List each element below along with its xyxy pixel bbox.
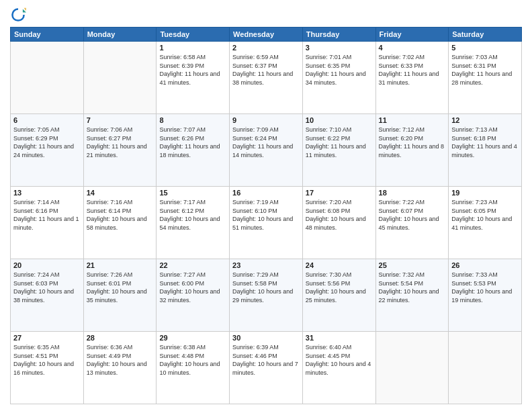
day-number: 13 <box>13 189 81 197</box>
calendar-cell: 8Sunrise: 7:07 AM Sunset: 6:26 PM Daylig… <box>157 114 230 187</box>
day-number: 10 <box>306 116 373 124</box>
svg-marker-1 <box>24 8 26 11</box>
calendar-cell: 11Sunrise: 7:12 AM Sunset: 6:20 PM Dayli… <box>375 114 449 187</box>
header-day-monday: Monday <box>83 28 157 42</box>
day-number: 3 <box>306 44 373 52</box>
calendar-cell <box>449 332 522 404</box>
day-info: Sunrise: 7:10 AM Sunset: 6:22 PM Dayligh… <box>306 126 373 159</box>
day-number: 30 <box>232 334 300 342</box>
day-number: 4 <box>379 44 446 52</box>
day-info: Sunrise: 6:58 AM Sunset: 6:39 PM Dayligh… <box>159 53 226 87</box>
calendar-cell: 22Sunrise: 7:27 AM Sunset: 6:00 PM Dayli… <box>157 259 230 332</box>
day-number: 24 <box>306 261 373 269</box>
day-number: 5 <box>451 44 519 52</box>
day-number: 23 <box>232 261 300 269</box>
day-number: 6 <box>13 116 81 124</box>
day-info: Sunrise: 7:09 AM Sunset: 6:24 PM Dayligh… <box>232 126 300 159</box>
day-number: 22 <box>159 261 226 269</box>
calendar-cell: 7Sunrise: 7:06 AM Sunset: 6:27 PM Daylig… <box>83 114 157 187</box>
logo-icon <box>10 7 26 23</box>
header-day-tuesday: Tuesday <box>157 28 230 42</box>
day-info: Sunrise: 6:59 AM Sunset: 6:37 PM Dayligh… <box>232 53 300 87</box>
calendar-cell: 3Sunrise: 7:01 AM Sunset: 6:35 PM Daylig… <box>302 42 375 114</box>
day-info: Sunrise: 6:40 AM Sunset: 4:45 PM Dayligh… <box>306 343 373 377</box>
calendar-cell: 16Sunrise: 7:19 AM Sunset: 6:10 PM Dayli… <box>230 187 303 259</box>
calendar-body: 1Sunrise: 6:58 AM Sunset: 6:39 PM Daylig… <box>11 42 522 404</box>
day-info: Sunrise: 7:02 AM Sunset: 6:33 PM Dayligh… <box>379 53 446 87</box>
calendar-cell <box>83 42 157 114</box>
day-info: Sunrise: 6:35 AM Sunset: 4:51 PM Dayligh… <box>13 343 81 377</box>
calendar-cell: 15Sunrise: 7:17 AM Sunset: 6:12 PM Dayli… <box>157 187 230 259</box>
day-number: 8 <box>159 116 226 124</box>
calendar-cell: 27Sunrise: 6:35 AM Sunset: 4:51 PM Dayli… <box>11 332 84 404</box>
day-info: Sunrise: 7:33 AM Sunset: 5:53 PM Dayligh… <box>451 271 519 304</box>
day-number: 18 <box>379 189 446 197</box>
day-info: Sunrise: 7:14 AM Sunset: 6:16 PM Dayligh… <box>13 198 81 232</box>
day-number: 28 <box>87 334 154 342</box>
calendar-cell: 19Sunrise: 7:23 AM Sunset: 6:05 PM Dayli… <box>449 187 522 259</box>
day-info: Sunrise: 7:13 AM Sunset: 6:18 PM Dayligh… <box>451 126 519 159</box>
calendar-cell: 6Sunrise: 7:05 AM Sunset: 6:29 PM Daylig… <box>11 114 84 187</box>
header-day-wednesday: Wednesday <box>230 28 303 42</box>
day-info: Sunrise: 7:30 AM Sunset: 5:56 PM Dayligh… <box>306 271 373 304</box>
calendar-cell: 1Sunrise: 6:58 AM Sunset: 6:39 PM Daylig… <box>157 42 230 114</box>
calendar-cell: 29Sunrise: 6:38 AM Sunset: 4:48 PM Dayli… <box>157 332 230 404</box>
header-row: SundayMondayTuesdayWednesdayThursdayFrid… <box>11 28 522 42</box>
week-row-2: 13Sunrise: 7:14 AM Sunset: 6:16 PM Dayli… <box>11 187 522 259</box>
calendar-cell: 26Sunrise: 7:33 AM Sunset: 5:53 PM Dayli… <box>449 259 522 332</box>
calendar-cell: 18Sunrise: 7:22 AM Sunset: 6:07 PM Dayli… <box>375 187 449 259</box>
calendar-cell <box>375 332 449 404</box>
calendar-cell: 12Sunrise: 7:13 AM Sunset: 6:18 PM Dayli… <box>449 114 522 187</box>
day-number: 15 <box>159 189 226 197</box>
calendar-cell: 9Sunrise: 7:09 AM Sunset: 6:24 PM Daylig… <box>230 114 303 187</box>
calendar-header: SundayMondayTuesdayWednesdayThursdayFrid… <box>11 28 522 42</box>
day-info: Sunrise: 7:17 AM Sunset: 6:12 PM Dayligh… <box>159 198 226 232</box>
day-number: 19 <box>451 189 519 197</box>
calendar-cell: 20Sunrise: 7:24 AM Sunset: 6:03 PM Dayli… <box>11 259 84 332</box>
header-day-saturday: Saturday <box>449 28 522 42</box>
calendar-cell: 28Sunrise: 6:36 AM Sunset: 4:49 PM Dayli… <box>83 332 157 404</box>
week-row-1: 6Sunrise: 7:05 AM Sunset: 6:29 PM Daylig… <box>11 114 522 187</box>
calendar-cell: 4Sunrise: 7:02 AM Sunset: 6:33 PM Daylig… <box>375 42 449 114</box>
page: SundayMondayTuesdayWednesdayThursdayFrid… <box>0 0 532 411</box>
day-info: Sunrise: 7:22 AM Sunset: 6:07 PM Dayligh… <box>379 198 446 232</box>
logo <box>10 7 29 23</box>
day-info: Sunrise: 7:16 AM Sunset: 6:14 PM Dayligh… <box>87 198 154 232</box>
day-number: 14 <box>87 189 154 197</box>
calendar-cell: 21Sunrise: 7:26 AM Sunset: 6:01 PM Dayli… <box>83 259 157 332</box>
week-row-3: 20Sunrise: 7:24 AM Sunset: 6:03 PM Dayli… <box>11 259 522 332</box>
day-number: 20 <box>13 261 81 269</box>
day-info: Sunrise: 7:27 AM Sunset: 6:00 PM Dayligh… <box>159 271 226 304</box>
calendar-cell: 13Sunrise: 7:14 AM Sunset: 6:16 PM Dayli… <box>11 187 84 259</box>
calendar-cell <box>11 42 84 114</box>
calendar-table: SundayMondayTuesdayWednesdayThursdayFrid… <box>10 27 522 404</box>
calendar-cell: 5Sunrise: 7:03 AM Sunset: 6:31 PM Daylig… <box>449 42 522 114</box>
day-info: Sunrise: 7:29 AM Sunset: 5:58 PM Dayligh… <box>232 271 300 304</box>
day-number: 1 <box>159 44 226 52</box>
header-day-friday: Friday <box>375 28 449 42</box>
week-row-4: 27Sunrise: 6:35 AM Sunset: 4:51 PM Dayli… <box>11 332 522 404</box>
day-number: 17 <box>306 189 373 197</box>
day-info: Sunrise: 7:26 AM Sunset: 6:01 PM Dayligh… <box>87 271 154 304</box>
day-info: Sunrise: 7:03 AM Sunset: 6:31 PM Dayligh… <box>451 53 519 87</box>
day-info: Sunrise: 7:06 AM Sunset: 6:27 PM Dayligh… <box>87 126 154 159</box>
day-info: Sunrise: 7:19 AM Sunset: 6:10 PM Dayligh… <box>232 198 300 232</box>
calendar-cell: 23Sunrise: 7:29 AM Sunset: 5:58 PM Dayli… <box>230 259 303 332</box>
day-number: 2 <box>232 44 300 52</box>
day-number: 9 <box>232 116 300 124</box>
header-day-sunday: Sunday <box>11 28 84 42</box>
calendar-cell: 14Sunrise: 7:16 AM Sunset: 6:14 PM Dayli… <box>83 187 157 259</box>
day-info: Sunrise: 7:23 AM Sunset: 6:05 PM Dayligh… <box>451 198 519 232</box>
day-info: Sunrise: 7:20 AM Sunset: 6:08 PM Dayligh… <box>306 198 373 232</box>
calendar-cell: 10Sunrise: 7:10 AM Sunset: 6:22 PM Dayli… <box>302 114 375 187</box>
day-number: 29 <box>159 334 226 342</box>
calendar-cell: 2Sunrise: 6:59 AM Sunset: 6:37 PM Daylig… <box>230 42 303 114</box>
day-info: Sunrise: 7:32 AM Sunset: 5:54 PM Dayligh… <box>379 271 446 304</box>
day-info: Sunrise: 6:38 AM Sunset: 4:48 PM Dayligh… <box>159 343 226 377</box>
day-info: Sunrise: 7:07 AM Sunset: 6:26 PM Dayligh… <box>159 126 226 159</box>
day-number: 26 <box>451 261 519 269</box>
day-number: 25 <box>379 261 446 269</box>
day-number: 27 <box>13 334 81 342</box>
day-number: 12 <box>451 116 519 124</box>
calendar-cell: 25Sunrise: 7:32 AM Sunset: 5:54 PM Dayli… <box>375 259 449 332</box>
